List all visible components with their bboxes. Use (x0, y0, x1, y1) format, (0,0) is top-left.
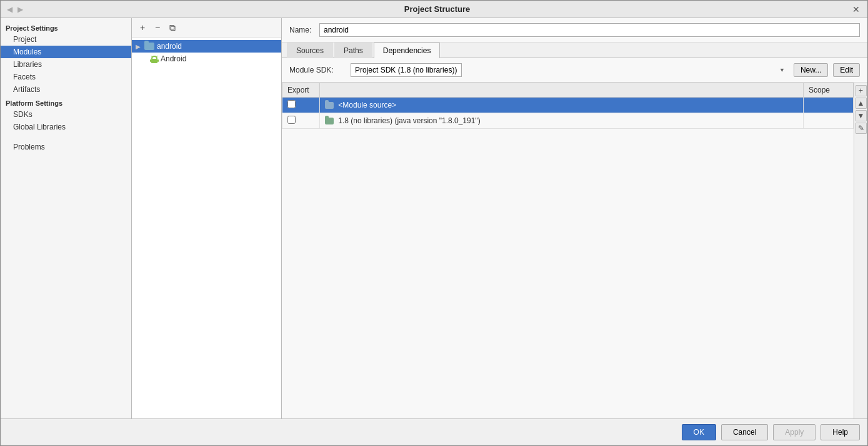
sdk-label: Module SDK: (289, 66, 346, 74)
svg-point-5 (152, 58, 153, 58)
sidebar-item-modules[interactable]: Modules (1, 46, 131, 58)
sidebar-item-global-libraries[interactable]: Global Libraries (1, 121, 131, 133)
tab-paths[interactable]: Paths (334, 43, 372, 58)
tab-sources[interactable]: Sources (287, 43, 333, 58)
tree-item-android[interactable]: ▶ android (132, 40, 281, 53)
cancel-button[interactable]: Cancel (721, 424, 768, 440)
scroll-down-button[interactable]: ▼ (856, 110, 867, 121)
sdk-icon (325, 118, 334, 124)
add-module-button[interactable]: + (136, 21, 149, 34)
remove-module-button[interactable]: − (151, 21, 164, 34)
deps-table: Export Scope (282, 83, 854, 129)
content-area: Project Settings Project Modules Librari… (1, 18, 867, 418)
svg-rect-4 (155, 60, 156, 63)
sdk-new-button[interactable]: New... (794, 63, 828, 77)
android-icon (149, 54, 159, 64)
edit-dep-button[interactable]: ✎ (856, 123, 867, 134)
dep-name-label: <Module source> (338, 101, 396, 109)
close-button[interactable]: ✕ (850, 4, 862, 14)
name-row: Name: (282, 18, 867, 43)
dep-export-cell (282, 113, 320, 129)
col-scope: Scope (804, 83, 854, 98)
svg-rect-0 (151, 59, 157, 63)
dep-export-checkbox[interactable] (287, 116, 296, 124)
right-panel: Name: Sources Paths Dependencies Module … (282, 18, 867, 418)
tree-item-android-label: android (157, 42, 182, 51)
svg-rect-2 (157, 59, 159, 62)
sdk-select[interactable]: Project SDK (1.8 (no libraries)) (351, 63, 462, 77)
table-row[interactable]: <Module source> (282, 98, 854, 113)
tree-arrow-android: ▶ (136, 43, 144, 50)
sdk-edit-button[interactable]: Edit (833, 63, 860, 77)
deps-table-wrapper[interactable]: Export Scope (282, 83, 854, 418)
tabs-row: Sources Paths Dependencies (282, 43, 867, 58)
side-buttons: + ▲ ▼ ✎ (854, 83, 867, 418)
svg-rect-1 (150, 59, 151, 62)
title-bar: ◀ ▶ Project Structure ✕ (1, 1, 867, 18)
apply-button[interactable]: Apply (773, 424, 816, 440)
dep-scope-cell (804, 98, 854, 113)
ok-button[interactable]: OK (682, 424, 716, 440)
sidebar-item-sdks[interactable]: SDKs (1, 108, 131, 121)
dep-name-cell: <Module source> (320, 98, 804, 113)
col-export: Export (282, 83, 320, 98)
tree-item-android-child[interactable]: Android (132, 53, 281, 65)
sidebar-item-facets[interactable]: Facets (1, 71, 131, 83)
tab-dependencies[interactable]: Dependencies (374, 43, 441, 58)
sdk-select-wrapper: Project SDK (1.8 (no libraries)) (351, 63, 789, 77)
help-button[interactable]: Help (821, 424, 860, 440)
project-settings-section-label: Project Settings (1, 21, 131, 33)
dep-scope-cell (804, 113, 854, 129)
sidebar-item-libraries[interactable]: Libraries (1, 58, 131, 71)
module-source-icon (325, 102, 334, 109)
footer: OK Cancel Apply Help (1, 418, 867, 445)
dep-export-cell (282, 98, 320, 113)
name-label: Name: (289, 26, 314, 34)
scroll-up-button[interactable]: ▲ (856, 98, 867, 109)
dep-name-cell: 1.8 (no libraries) (java version "1.8.0_… (320, 113, 804, 129)
project-structure-dialog: ◀ ▶ Project Structure ✕ Project Settings… (0, 0, 868, 446)
copy-module-button[interactable]: ⧉ (166, 21, 179, 34)
col-name (320, 83, 804, 98)
sidebar-item-artifacts[interactable]: Artifacts (1, 83, 131, 96)
add-dep-button[interactable]: + (856, 85, 867, 96)
tree-item-android-child-label: Android (161, 54, 186, 63)
svg-rect-3 (152, 60, 154, 63)
table-row[interactable]: 1.8 (no libraries) (java version "1.8.0_… (282, 113, 854, 129)
sdk-row: Module SDK: Project SDK (1.8 (no librari… (282, 58, 867, 83)
module-tree: ▶ android (132, 38, 281, 418)
sidebar: Project Settings Project Modules Librari… (1, 18, 132, 418)
sidebar-item-problems[interactable]: Problems (1, 141, 131, 153)
dep-name-label: 1.8 (no libraries) (java version "1.8.0_… (338, 116, 480, 125)
sidebar-item-project[interactable]: Project (1, 33, 131, 46)
name-input[interactable] (319, 23, 860, 37)
deps-table-container: Export Scope (282, 83, 867, 418)
dep-export-checkbox[interactable] (287, 100, 296, 108)
dialog-title: Project Structure (24, 4, 850, 14)
platform-settings-section-label: Platform Settings (1, 96, 131, 108)
module-toolbar: + − ⧉ (132, 18, 281, 38)
svg-point-6 (155, 58, 156, 58)
back-button[interactable]: ◀ (6, 5, 14, 14)
nav-buttons: ◀ ▶ (6, 5, 24, 14)
module-panel: + − ⧉ ▶ android (132, 18, 282, 418)
forward-button[interactable]: ▶ (16, 5, 24, 14)
